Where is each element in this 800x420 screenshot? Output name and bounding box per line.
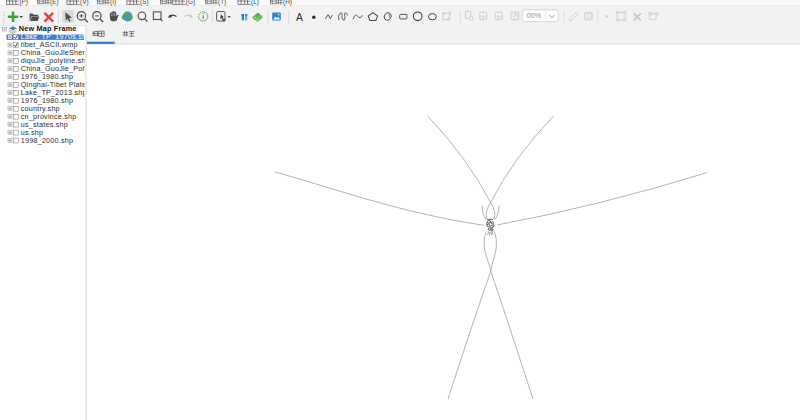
svg-text:A: A bbox=[296, 12, 303, 23]
svg-text:1998_2000.shp: 1998_2000.shp bbox=[21, 136, 73, 145]
svg-text:00%: 00% bbox=[527, 11, 542, 20]
